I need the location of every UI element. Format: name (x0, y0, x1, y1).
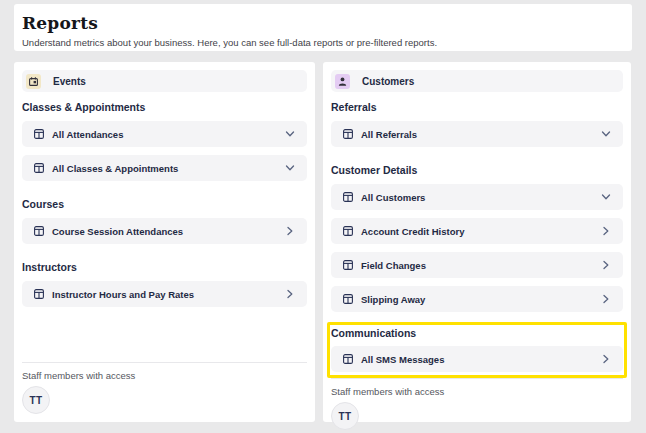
table-icon (34, 163, 44, 173)
events-card-footer: Staff members with access TT (22, 362, 307, 414)
report-row-label: All Attendances (52, 129, 123, 140)
customers-card-title: Customers (362, 76, 414, 87)
page-title: Reports (22, 15, 624, 32)
report-row-course-session-attendances[interactable]: Course Session Attendances (22, 218, 307, 244)
report-row-all-referrals[interactable]: All Referrals (331, 121, 623, 147)
report-row-label: Instructor Hours and Pay Rates (52, 289, 194, 300)
events-card-title: Events (53, 76, 86, 87)
table-icon (343, 294, 353, 304)
events-card-header: Events (22, 70, 307, 92)
table-icon (343, 260, 353, 270)
page-subtitle: Understand metrics about your business. … (22, 37, 624, 48)
report-row-label: Slipping Away (361, 294, 425, 305)
report-row-slipping-away[interactable]: Slipping Away (331, 286, 623, 312)
chevron-right-icon (601, 294, 611, 304)
table-icon (343, 129, 353, 139)
table-icon (34, 226, 44, 236)
chevron-right-icon (601, 354, 611, 364)
staff-avatar: TT (22, 386, 50, 414)
table-icon (343, 226, 353, 236)
report-row-account-credit-history[interactable]: Account Credit History (331, 218, 623, 244)
section-heading-customer-details: Customer Details (331, 165, 623, 176)
chevron-down-icon (285, 163, 295, 173)
section-heading-communications: Communications (331, 328, 623, 339)
section-heading-referrals: Referrals (331, 102, 623, 113)
customers-card-header: Customers (331, 70, 623, 92)
report-row-label: All SMS Messages (361, 354, 444, 365)
report-row-label: Field Changes (361, 260, 426, 271)
report-columns: Events Classes & Appointments All Attend… (14, 62, 631, 422)
report-row-label: All Classes & Appointments (52, 163, 178, 174)
calendar-icon (26, 74, 41, 89)
table-icon (34, 289, 44, 299)
chevron-down-icon (601, 192, 611, 202)
communications-highlight-box: Communications All SMS Messages (327, 322, 627, 378)
report-row-all-sms-messages[interactable]: All SMS Messages (331, 346, 623, 372)
section-heading-instructors: Instructors (22, 262, 307, 273)
customers-card: Customers Referrals All Referrals Custom… (323, 62, 631, 422)
chevron-right-icon (601, 260, 611, 270)
report-row-label: Course Session Attendances (52, 226, 183, 237)
staff-access-label: Staff members with access (22, 370, 307, 381)
staff-avatar: TT (331, 402, 359, 430)
chevron-right-icon (285, 226, 295, 236)
person-icon (335, 74, 350, 89)
events-card: Events Classes & Appointments All Attend… (14, 62, 315, 422)
table-icon (34, 129, 44, 139)
table-icon (343, 192, 353, 202)
report-row-label: All Customers (361, 192, 425, 203)
report-row-all-customers[interactable]: All Customers (331, 184, 623, 210)
chevron-right-icon (601, 226, 611, 236)
section-heading-courses: Courses (22, 199, 307, 210)
report-row-label: All Referrals (361, 129, 417, 140)
report-row-instructor-hours-pay-rates[interactable]: Instructor Hours and Pay Rates (22, 281, 307, 307)
customers-card-footer: Staff members with access TT (331, 378, 623, 430)
report-row-all-classes-appointments[interactable]: All Classes & Appointments (22, 155, 307, 181)
report-row-label: Account Credit History (361, 226, 464, 237)
report-row-all-attendances[interactable]: All Attendances (22, 121, 307, 147)
table-icon (343, 354, 353, 364)
section-heading-classes-appointments: Classes & Appointments (22, 102, 307, 113)
page-header: Reports Understand metrics about your bu… (14, 4, 632, 51)
chevron-down-icon (285, 129, 295, 139)
chevron-down-icon (601, 129, 611, 139)
chevron-right-icon (285, 289, 295, 299)
staff-access-label: Staff members with access (331, 386, 623, 397)
report-row-field-changes[interactable]: Field Changes (331, 252, 623, 278)
